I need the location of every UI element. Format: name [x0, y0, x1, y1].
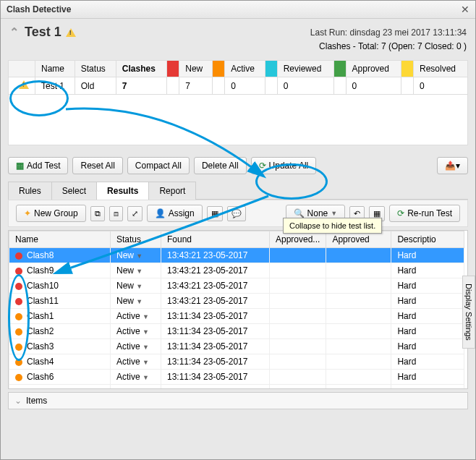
chevron-down-icon[interactable]: ▼ — [143, 328, 149, 336]
chevron-down-icon: ⌄ — [14, 396, 22, 406]
tests-table: Name Status Clashes New Active Reviewed … — [8, 60, 468, 145]
tab-report[interactable]: Report — [148, 182, 196, 200]
clash-row[interactable]: Clash6Active ▼13:11:34 23-05-2017Hard — [9, 370, 464, 385]
indicator-new — [167, 61, 179, 77]
clash-row[interactable]: Clash9New ▼13:43:21 23-05-2017Hard — [9, 263, 464, 278]
compact-all-button[interactable]: Compact All — [127, 157, 190, 174]
tests-panel: Name Status Clashes New Active Reviewed … — [8, 60, 468, 145]
col-approved[interactable]: Approved — [346, 61, 401, 77]
col-new[interactable]: New — [179, 61, 213, 77]
collapse-icon[interactable]: ⌃ — [9, 25, 19, 39]
last-run: Last Run: dinsdag 23 mei 2017 13:11:34 — [310, 27, 467, 38]
add-test-button[interactable]: ▦ Add Test — [8, 157, 68, 174]
export-button[interactable]: 📤▾ — [437, 157, 468, 174]
status-dot-icon — [15, 313, 22, 320]
col-status[interactable]: Status — [111, 231, 161, 248]
results-grid[interactable]: Name Status Found Approved... Approved D… — [8, 230, 468, 389]
tab-results[interactable]: Results — [96, 182, 149, 200]
comment-icon-button[interactable]: 💬 — [227, 206, 246, 221]
col-reviewed[interactable]: Reviewed — [277, 61, 333, 77]
cell-clashes: 7 — [116, 77, 166, 95]
clash-row[interactable]: Clash10New ▼13:43:21 23-05-2017Hard — [9, 278, 464, 294]
col-name[interactable]: Name — [35, 61, 75, 77]
chevron-down-icon[interactable]: ▼ — [143, 374, 149, 381]
clash-row[interactable]: Clash11New ▼13:43:21 23-05-2017Hard — [9, 294, 464, 309]
window-title: Clash Detective — [7, 4, 71, 14]
filter-icon: 🔍 — [294, 208, 305, 218]
items-panel[interactable]: ⌄ Items — [8, 392, 468, 409]
header: ⌃ Test 1 Last Run: dinsdag 23 mei 2017 1… — [1, 19, 475, 41]
cell-name: Test 1 — [35, 77, 75, 95]
tabs: Rules Select Results Report — [8, 182, 468, 200]
col-clashes[interactable]: Clashes — [116, 61, 166, 77]
status-dot-icon — [15, 344, 22, 351]
chevron-down-icon[interactable]: ▼ — [143, 344, 149, 351]
cell-status: Old — [75, 77, 116, 95]
tab-select[interactable]: Select — [51, 182, 97, 200]
status-dot-icon — [15, 283, 22, 290]
indicator-approved — [333, 61, 346, 77]
col-active[interactable]: Active — [225, 61, 265, 77]
tests-toolbar: ▦ Add Test Reset All Compact All Delete … — [1, 153, 475, 179]
update-all-button[interactable]: ⟳ Update All — [251, 157, 317, 174]
status-dot-icon — [15, 268, 22, 275]
indicator-active — [213, 61, 225, 77]
col-description[interactable]: Descriptio — [391, 231, 464, 248]
status-dot-icon — [15, 328, 22, 336]
clash-row[interactable]: Clash1Active ▼13:11:34 23-05-2017Hard — [9, 309, 464, 324]
explode-icon-button[interactable]: ⤢ — [127, 206, 143, 221]
cell-approved: 0 — [346, 77, 401, 95]
display-settings-tab[interactable]: Display Settings — [462, 276, 475, 349]
ungroup-icon-button[interactable]: ⧈ — [109, 206, 123, 221]
tooltip: Collapse to hide test list. — [283, 218, 382, 234]
clash-row[interactable]: Clash4Active ▼13:11:34 23-05-2017Hard — [9, 354, 464, 370]
chevron-down-icon[interactable]: ▼ — [143, 313, 149, 320]
new-group-button[interactable]: ✦ New Group — [16, 205, 86, 222]
items-label: Items — [26, 396, 47, 406]
person-icon: 👤 — [155, 208, 166, 218]
status-dot-icon — [15, 252, 22, 260]
indicator-reviewed — [265, 61, 277, 77]
rerun-test-button[interactable]: ⟳ Re-run Test — [389, 205, 460, 222]
reset-all-button[interactable]: Reset All — [72, 157, 122, 174]
clash-detective-window: Clash Detective ✕ ⌃ Test 1 Last Run: din… — [0, 0, 476, 460]
col-resolved[interactable]: Resolved — [414, 61, 468, 77]
clash-row[interactable]: Clash7Active ▼13:11:34 23-05-2017Hard — [9, 385, 464, 390]
assign-button[interactable]: 👤 Assign — [147, 205, 203, 222]
results-toolbar: ✦ New Group ⧉ ⧈ ⤢ 👤 Assign ▦ 💬 🔍 None ▼ … — [8, 200, 468, 227]
refresh-icon: ⟳ — [397, 208, 404, 218]
cell-new: 7 — [179, 77, 213, 95]
test-name: Test 1 — [25, 25, 61, 40]
test-row[interactable]: Test 1 Old 7 7 0 0 0 0 — [9, 77, 468, 95]
last-run-label: Last Run: — [310, 27, 347, 38]
cell-active: 0 — [225, 77, 265, 95]
chevron-down-icon[interactable]: ▼ — [136, 268, 143, 275]
sparkle-icon: ✦ — [24, 208, 31, 218]
close-icon[interactable]: ✕ — [461, 4, 469, 15]
last-run-value: dinsdag 23 mei 2017 13:11:34 — [350, 27, 467, 38]
status-dot-icon — [15, 374, 22, 381]
clash-row[interactable]: Clash3Active ▼13:11:34 23-05-2017Hard — [9, 339, 464, 354]
delete-all-button[interactable]: Delete All — [194, 157, 247, 174]
indicator-resolved — [401, 61, 414, 77]
col-status[interactable]: Status — [75, 61, 116, 77]
col-name[interactable]: Name — [9, 231, 111, 248]
col-found[interactable]: Found — [161, 231, 270, 248]
clash-row[interactable]: Clash2Active ▼13:11:34 23-05-2017Hard — [9, 324, 464, 339]
chevron-down-icon[interactable]: ▼ — [136, 283, 143, 290]
highlight-icon-button[interactable]: ▦ — [207, 206, 223, 221]
warning-icon — [19, 80, 29, 89]
clash-row[interactable]: Clash8New ▼13:43:21 23-05-2017Hard — [9, 248, 464, 263]
refresh-icon: ⟳ — [259, 161, 266, 171]
group-icon-button[interactable]: ⧉ — [90, 206, 105, 221]
status-dot-icon — [15, 359, 22, 366]
cell-resolved: 0 — [414, 77, 468, 95]
chevron-down-icon: ▼ — [331, 210, 337, 217]
chevron-down-icon[interactable]: ▼ — [143, 359, 149, 366]
chevron-down-icon[interactable]: ▼ — [136, 252, 143, 260]
tab-rules[interactable]: Rules — [8, 182, 52, 200]
plus-icon: ▦ — [16, 161, 24, 171]
chevron-down-icon[interactable]: ▼ — [136, 298, 143, 305]
titlebar: Clash Detective ✕ — [1, 1, 475, 19]
status-dot-icon — [15, 298, 22, 305]
